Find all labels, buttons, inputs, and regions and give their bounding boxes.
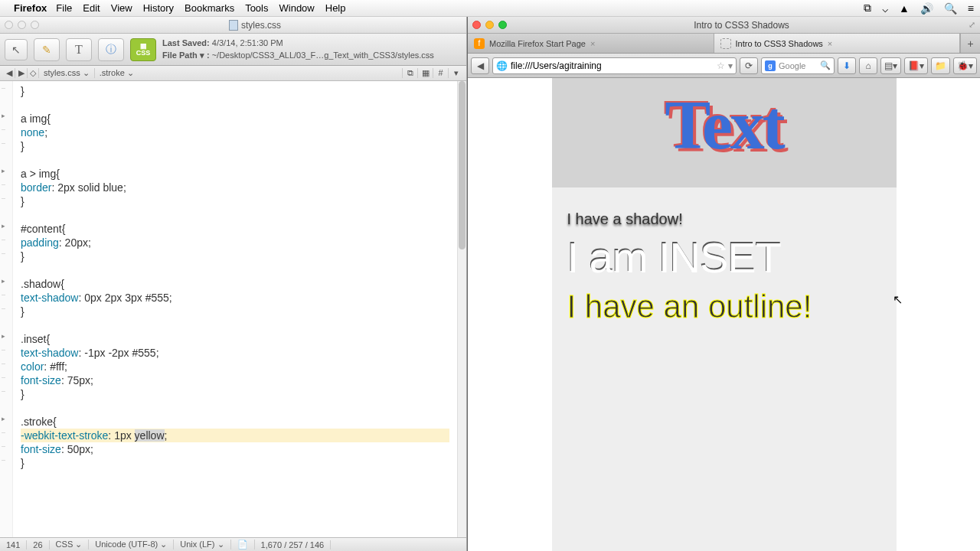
home-button[interactable]: ⌂ xyxy=(859,57,877,74)
browser-close-button[interactable] xyxy=(472,21,481,29)
pointer-tool-icon[interactable]: ↖ xyxy=(5,39,28,60)
last-saved-value: 4/3/14, 2:51:30 PM xyxy=(212,38,283,47)
search-box[interactable]: g Google 🔍 xyxy=(761,57,835,74)
jump-menu-icon[interactable]: ◇ xyxy=(28,68,38,78)
page-body: I have a shadow! I am INSET I have an ou… xyxy=(552,187,897,417)
spotlight-icon[interactable]: 🔍 xyxy=(944,2,957,15)
scrollbar-thumb[interactable] xyxy=(459,81,466,249)
tab-close-icon[interactable]: × xyxy=(828,39,832,48)
editor-jump-bar[interactable]: ◀ ▶ ◇ styles.css ⌄ .stroke ⌄ ⧉ ▦ # ▾ xyxy=(0,66,466,81)
nav-back-icon[interactable]: ◀ xyxy=(3,68,15,78)
outline-icon[interactable]: ▾ xyxy=(448,68,463,78)
gutter-mark: – xyxy=(2,456,5,464)
sync-icon[interactable]: ▲ xyxy=(899,2,910,15)
browser-toolbar: ◀ 🌐 file:///Users/agitraining ☆ ▾ ⟳ g Go… xyxy=(468,54,980,78)
editor-code-area[interactable]: –▸––▸––▸––▸––▸––––▸––– } a img{none;} a … xyxy=(0,81,457,537)
status-col: 26 xyxy=(27,540,49,549)
editor-zoom-button[interactable] xyxy=(31,21,39,29)
new-tab-button[interactable]: + xyxy=(960,34,980,53)
editor-close-button[interactable] xyxy=(5,21,13,29)
gutter-mark: – xyxy=(2,139,5,147)
browser-viewport[interactable]: Text I have a shadow! I am INSET I have … xyxy=(468,78,980,551)
menu-window[interactable]: Window xyxy=(279,2,315,14)
reader-button[interactable]: 📕▾ xyxy=(904,57,928,74)
editor-scrollbar[interactable] xyxy=(457,81,466,537)
status-lang[interactable]: CSS ⌄ xyxy=(50,540,90,549)
browser-window-title: Intro to CSS3 Shadows xyxy=(694,20,789,31)
language-badge[interactable]: ▦CSS xyxy=(130,38,156,61)
gutter-mark: – xyxy=(2,194,5,202)
text-tool-icon[interactable]: T xyxy=(66,38,92,61)
fold-toggle-icon[interactable]: ▸ xyxy=(2,222,5,230)
edit-tool-icon[interactable]: ✎ xyxy=(34,38,60,61)
counterpart-icon[interactable]: ▦ xyxy=(417,68,433,78)
stroke-sample: I have an outline! xyxy=(567,289,881,325)
browser-titlebar[interactable]: Intro to CSS3 Shadows ⤢ xyxy=(468,17,980,34)
split-view-icon[interactable]: ⧉ xyxy=(402,68,417,78)
bookmark-star-icon[interactable]: ☆ xyxy=(717,60,725,71)
menu-extras-icon[interactable]: ≡ xyxy=(968,2,974,15)
code-text[interactable]: } a img{none;} a > img{border: 2px solid… xyxy=(13,81,457,473)
browser-window: Intro to CSS3 Shadows ⤢ f Mozilla Firefo… xyxy=(467,17,980,551)
gutter-mark: – xyxy=(2,360,5,367)
fullscreen-icon[interactable]: ⤢ xyxy=(969,20,975,30)
url-bar[interactable]: 🌐 file:///Users/agitraining ☆ ▾ xyxy=(492,57,737,74)
search-go-icon[interactable]: 🔍 xyxy=(820,60,831,70)
fold-toggle-icon[interactable]: ▸ xyxy=(2,112,5,119)
browser-minimize-button[interactable] xyxy=(485,21,494,29)
gutter-mark: – xyxy=(2,236,5,243)
gutter-mark: – xyxy=(2,249,5,257)
gutter-mark: – xyxy=(2,442,5,450)
firefox-favicon-icon: f xyxy=(474,38,485,49)
status-line: 141 xyxy=(0,540,27,549)
status-bytes: 1,670 / 257 / 146 xyxy=(255,540,332,549)
fold-toggle-icon[interactable]: ▸ xyxy=(2,415,5,422)
status-encoding[interactable]: Unicode (UTF-8) ⌄ xyxy=(89,540,174,549)
browser-zoom-button[interactable] xyxy=(498,21,507,29)
screen-record-icon[interactable]: ⧉ xyxy=(864,2,871,15)
tab-start-page[interactable]: f Mozilla Firefox Start Page × xyxy=(468,34,714,53)
editor-status-bar: 141 26 CSS ⌄ Unicode (UTF-8) ⌄ Unix (LF)… xyxy=(0,537,466,551)
editor-toolbar: ↖ ✎ T ⓘ ▦CSS Last Saved: 4/3/14, 2:51:30… xyxy=(0,34,466,66)
mac-menubar: Firefox File Edit View History Bookmarks… xyxy=(0,0,980,17)
editor-gutter[interactable]: –▸––▸––▸––▸––▸––––▸––– xyxy=(0,81,13,537)
fold-toggle-icon[interactable]: ▸ xyxy=(2,167,5,174)
fold-toggle-icon[interactable]: ▸ xyxy=(2,277,5,285)
fold-toggle-icon[interactable]: ▸ xyxy=(2,332,5,340)
editor-minimize-button[interactable] xyxy=(18,21,26,29)
tab-label: Intro to CSS3 Shadows xyxy=(736,39,823,48)
nav-fwd-icon[interactable]: ▶ xyxy=(15,68,28,78)
app-menu[interactable]: Firefox xyxy=(14,2,47,14)
crumb-symbol[interactable]: .stroke ⌄ xyxy=(94,68,139,78)
menu-view[interactable]: View xyxy=(111,2,132,14)
volume-icon[interactable]: 🔊 xyxy=(920,2,933,15)
dropdown-icon[interactable]: ▾ xyxy=(728,60,733,71)
menu-help[interactable]: Help xyxy=(325,2,346,14)
devtools-button[interactable]: 🐞▾ xyxy=(953,57,977,74)
bookmarks-button[interactable]: 📁 xyxy=(931,57,950,74)
tab-css3-shadows[interactable]: Intro to CSS3 Shadows × xyxy=(714,34,961,53)
last-saved-label: Last Saved: xyxy=(162,38,210,47)
menu-bookmarks[interactable]: Bookmarks xyxy=(185,2,234,14)
status-doc-icon[interactable]: 📄 xyxy=(231,540,255,549)
menu-file[interactable]: File xyxy=(56,2,72,14)
menu-edit[interactable]: Edit xyxy=(83,2,100,14)
editor-titlebar[interactable]: styles.css xyxy=(0,17,466,34)
crumb-file[interactable]: styles.css ⌄ xyxy=(38,68,94,78)
feed-button[interactable]: ▤▾ xyxy=(880,57,901,74)
hero-section: Text xyxy=(552,78,897,187)
menu-tools[interactable]: Tools xyxy=(245,2,268,14)
downloads-button[interactable]: ⬇ xyxy=(838,57,856,74)
gutter-mark: – xyxy=(2,305,5,312)
tab-close-icon[interactable]: × xyxy=(590,39,595,48)
hash-icon[interactable]: # xyxy=(433,68,448,78)
wifi-icon[interactable]: ⌵ xyxy=(882,2,888,15)
gutter-mark: – xyxy=(2,346,5,354)
gutter-mark: – xyxy=(2,429,5,436)
menu-history[interactable]: History xyxy=(143,2,174,14)
info-tool-icon[interactable]: ⓘ xyxy=(98,38,124,61)
status-lineending[interactable]: Unix (LF) ⌄ xyxy=(174,540,230,549)
search-placeholder: Google xyxy=(779,61,805,70)
reload-button[interactable]: ⟳ xyxy=(740,57,758,74)
back-button[interactable]: ◀ xyxy=(471,57,489,74)
